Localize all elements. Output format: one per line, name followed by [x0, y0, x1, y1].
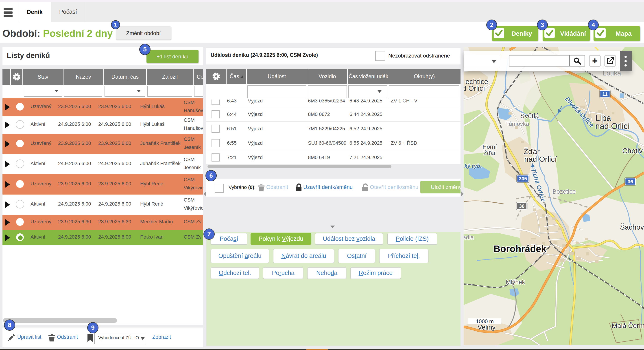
svg-text:Horní: Horní: [482, 143, 497, 150]
svg-text:1000 m: 1000 m: [476, 318, 494, 324]
svg-text:Borohrádek: Borohrádek: [494, 244, 546, 254]
svg-text:Žďár: Žďár: [484, 150, 496, 156]
svg-text:Bozetice: Bozetice: [552, 188, 576, 195]
svg-text:Žďár: Žďár: [524, 147, 540, 156]
svg-text:Lípa: Lípa: [595, 113, 611, 123]
svg-text:Šachov: Šachov: [620, 223, 644, 231]
svg-text:11: 11: [602, 91, 608, 97]
svg-text:305: 305: [519, 176, 527, 182]
svg-text:Chotiv: Chotiv: [622, 147, 643, 155]
svg-text:Veliny: Veliny: [478, 323, 496, 331]
svg-text:ký ryb.: ký ryb.: [464, 163, 482, 169]
svg-text:d Orlicí: d Orlicí: [464, 84, 485, 92]
svg-text:Mlýnek: Mlýnek: [506, 279, 525, 285]
svg-text:ladla: ladla: [464, 234, 474, 241]
svg-text:36: 36: [519, 203, 524, 209]
svg-text:Světlá: Světlá: [520, 112, 539, 119]
svg-text:Tůmovka: Tůmovka: [505, 120, 529, 127]
svg-text:Malá Čermná: Malá Čermná: [612, 322, 644, 329]
svg-text:nad Orlicí: nad Orlicí: [524, 155, 557, 163]
svg-text:nad Orlicí: nad Orlicí: [595, 121, 630, 131]
svg-text:36: 36: [628, 179, 633, 185]
